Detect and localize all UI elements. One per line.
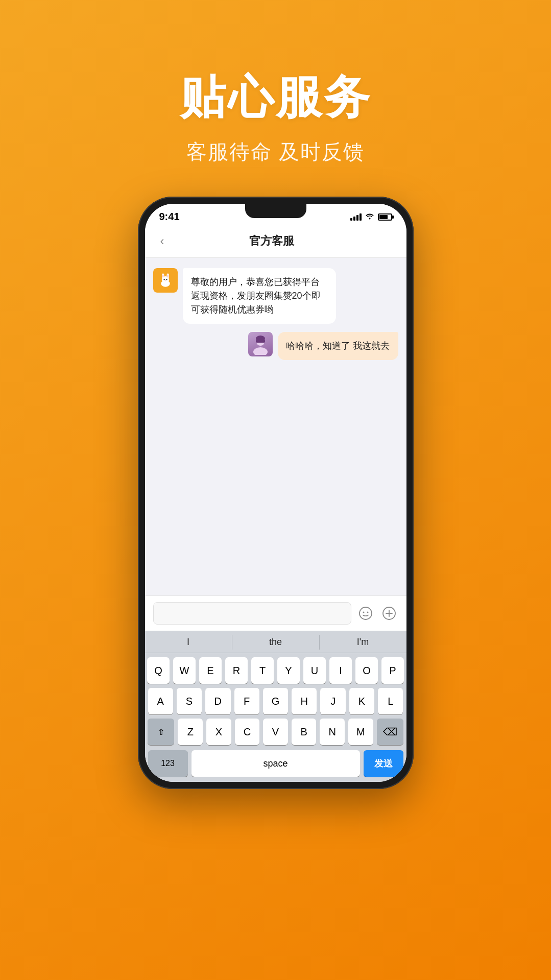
keyboard: I the I'm Q W E R T Y U I	[145, 631, 406, 782]
chat-area: 尊敬的用户，恭喜您已获得平台返现资格，发朋友圈集赞20个即可获得随机优惠券哟 哈…	[145, 258, 406, 595]
suggestion-im[interactable]: I'm	[320, 635, 406, 650]
nav-title: 官方客服	[170, 233, 374, 249]
key-n[interactable]: N	[320, 719, 345, 745]
key-w[interactable]: W	[173, 657, 196, 684]
key-c[interactable]: C	[235, 719, 260, 745]
battery-icon	[378, 213, 392, 221]
status-icons	[350, 212, 392, 222]
svg-point-16	[367, 612, 368, 613]
key-m[interactable]: M	[348, 719, 373, 745]
key-x[interactable]: X	[206, 719, 231, 745]
key-s[interactable]: S	[177, 688, 202, 714]
key-row-3: ⇧ Z X C V B N M ⌫	[148, 719, 403, 745]
svg-point-5	[162, 274, 163, 277]
bot-message-bubble: 尊敬的用户，恭喜您已获得平台返现资格，发朋友圈集赞20个即可获得随机优惠券哟	[183, 268, 336, 324]
key-r[interactable]: R	[225, 657, 248, 684]
page-sub-title: 客服待命 及时反馈	[0, 138, 551, 166]
keyboard-suggestions: I the I'm	[145, 631, 406, 653]
key-l[interactable]: L	[378, 688, 403, 714]
page-main-title: 贴心服务	[0, 66, 551, 129]
user-avatar	[248, 332, 273, 356]
key-v[interactable]: V	[263, 719, 288, 745]
input-area	[145, 595, 406, 631]
key-row-2: A S D F G H J K L	[148, 688, 403, 714]
key-j[interactable]: J	[320, 688, 345, 714]
add-button[interactable]	[380, 604, 398, 623]
key-y[interactable]: Y	[277, 657, 300, 684]
suggestion-the[interactable]: the	[232, 635, 320, 650]
back-button[interactable]: ‹	[155, 232, 170, 250]
svg-point-6	[167, 274, 168, 277]
key-h[interactable]: H	[292, 688, 317, 714]
key-space[interactable]: space	[191, 750, 360, 777]
svg-point-15	[363, 612, 364, 613]
message-input[interactable]	[153, 602, 351, 625]
phone-frame: 9:41	[138, 197, 414, 789]
key-send[interactable]: 发送	[364, 750, 403, 777]
message-row: 哈哈哈，知道了 我这就去	[153, 332, 398, 360]
key-z[interactable]: Z	[178, 719, 203, 745]
key-p[interactable]: P	[381, 657, 404, 684]
keyboard-rows: Q W E R T Y U I O P A S	[145, 653, 406, 747]
key-e[interactable]: E	[199, 657, 222, 684]
status-time: 9:41	[159, 211, 180, 223]
emoji-button[interactable]	[356, 604, 375, 623]
message-row: 尊敬的用户，恭喜您已获得平台返现资格，发朋友圈集赞20个即可获得随机优惠券哟	[153, 268, 398, 324]
key-a[interactable]: A	[148, 688, 173, 714]
key-t[interactable]: T	[251, 657, 274, 684]
key-b[interactable]: B	[292, 719, 317, 745]
key-q[interactable]: Q	[147, 657, 170, 684]
key-i[interactable]: I	[329, 657, 352, 684]
key-shift[interactable]: ⇧	[148, 719, 174, 745]
user-message-bubble: 哈哈哈，知道了 我这就去	[278, 332, 398, 360]
keyboard-bottom-row: 123 space 发送	[145, 747, 406, 782]
svg-point-8	[166, 279, 167, 280]
suggestion-i[interactable]: I	[145, 635, 232, 650]
key-u[interactable]: U	[303, 657, 326, 684]
svg-point-14	[360, 607, 372, 619]
key-g[interactable]: G	[263, 688, 288, 714]
signal-icon	[350, 213, 362, 221]
svg-point-7	[163, 279, 164, 280]
key-numbers[interactable]: 123	[148, 750, 188, 777]
wifi-icon	[365, 212, 374, 222]
svg-rect-13	[256, 340, 265, 343]
nav-bar: ‹ 官方客服	[145, 227, 406, 258]
key-row-1: Q W E R T Y U I O P	[148, 657, 403, 684]
svg-point-9	[165, 280, 166, 281]
key-d[interactable]: D	[205, 688, 230, 714]
bot-avatar	[153, 268, 178, 293]
key-f[interactable]: F	[234, 688, 259, 714]
key-o[interactable]: O	[355, 657, 378, 684]
key-backspace[interactable]: ⌫	[377, 719, 403, 745]
svg-point-11	[253, 347, 268, 355]
key-k[interactable]: K	[349, 688, 374, 714]
